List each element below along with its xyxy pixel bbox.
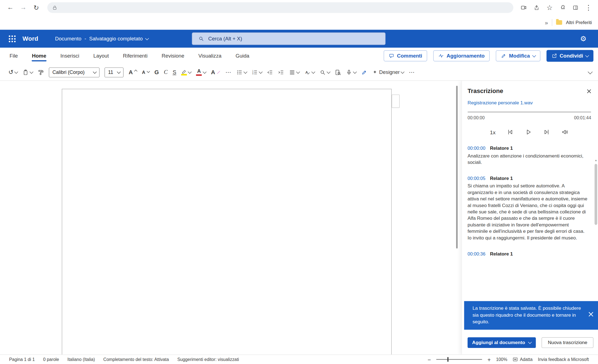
side-panel-icon[interactable]: [571, 2, 581, 13]
bullet-list-button[interactable]: [237, 69, 247, 75]
zoom-slider[interactable]: [436, 359, 482, 360]
underline-button[interactable]: S: [173, 69, 176, 75]
app-launcher-icon[interactable]: [9, 35, 16, 42]
feedback-link[interactable]: Invia feedback a Microsoft: [538, 357, 589, 362]
address-bar[interactable]: [47, 2, 514, 13]
caret-up-icon: [134, 69, 138, 73]
panel-scrollbar[interactable]: [595, 164, 597, 225]
settings-gear-icon[interactable]: ⚙: [580, 35, 586, 42]
chevron-down-icon: [243, 70, 247, 74]
ribbon-tab[interactable]: Home: [32, 48, 47, 63]
font-size-select[interactable]: 11: [105, 67, 124, 77]
transcript-timestamp[interactable]: 00:00:00: [468, 146, 485, 151]
styles-button[interactable]: A: [304, 69, 315, 75]
zoom-out-button[interactable]: −: [428, 356, 431, 363]
grow-font-button[interactable]: A: [129, 69, 137, 75]
star-icon[interactable]: ☆: [545, 2, 555, 13]
shrink-font-button[interactable]: A: [142, 70, 150, 75]
toast-close-button[interactable]: [589, 312, 594, 317]
fit-icon: [513, 357, 518, 362]
share-document-button[interactable]: Condividi: [546, 50, 593, 62]
ribbon-tab[interactable]: Revisione: [161, 48, 184, 63]
ribbon-tab[interactable]: Riferimenti: [122, 48, 148, 63]
updates-button[interactable]: Aggiornamento: [433, 50, 489, 61]
more-commands-button[interactable]: ⋯: [409, 69, 415, 76]
extensions-icon[interactable]: [558, 2, 568, 13]
chevron-down-icon: [30, 70, 34, 74]
comments-button[interactable]: Commenti: [384, 50, 427, 61]
play-button[interactable]: [525, 128, 532, 136]
document-scrollbar[interactable]: [456, 86, 458, 249]
mode-select-button[interactable]: Modifica: [496, 50, 540, 61]
increase-indent-button[interactable]: [278, 69, 284, 75]
skip-forward-button[interactable]: [543, 128, 550, 136]
new-transcription-button[interactable]: Nuova trascrizione: [542, 337, 594, 348]
ribbon-tab[interactable]: File: [9, 48, 18, 63]
status-item[interactable]: 0 parole: [43, 357, 59, 362]
editor-button[interactable]: [361, 69, 367, 75]
zoom-level[interactable]: 100%: [496, 357, 507, 362]
highlight-color-button[interactable]: [181, 69, 191, 75]
status-item[interactable]: Suggerimenti editor: visualizzati: [177, 357, 239, 362]
bookmarks-overflow-button[interactable]: »: [545, 19, 548, 26]
browser-menu-icon[interactable]: ⋮: [584, 2, 594, 13]
forward-icon[interactable]: →: [17, 2, 29, 13]
ribbon-tab[interactable]: Layout: [93, 48, 109, 63]
transcript-entry[interactable]: 00:00:36 Relatore 1: [468, 251, 588, 256]
ribbon-tab[interactable]: Visualizza: [198, 48, 222, 63]
status-item[interactable]: Italiano (Italia): [67, 357, 95, 362]
collapse-ribbon-button[interactable]: [589, 71, 592, 73]
transcript-entry[interactable]: 00:00:00 Relatore 1 Analizzare con atten…: [468, 146, 588, 166]
document-page[interactable]: [62, 89, 392, 355]
document-title[interactable]: Documento: [55, 36, 81, 42]
more-formatting-button[interactable]: ⋯: [225, 69, 232, 76]
font-name-select[interactable]: Calibri (Corpo): [49, 67, 100, 77]
panel-close-button[interactable]: [587, 89, 591, 93]
video-camera-icon[interactable]: [519, 2, 529, 13]
status-item[interactable]: Completamento del testo: Attivata: [103, 357, 169, 362]
ribbon-tab[interactable]: Inserisci: [60, 48, 80, 63]
paste-button[interactable]: [23, 69, 33, 75]
zoom-slider-thumb[interactable]: [447, 357, 448, 362]
clear-formatting-button[interactable]: A: [211, 69, 220, 75]
designer-button[interactable]: Designer: [372, 69, 404, 75]
font-color-button[interactable]: A: [196, 69, 206, 76]
volume-button[interactable]: [561, 128, 569, 136]
playback-speed-button[interactable]: 1x: [490, 129, 496, 135]
share-icon[interactable]: [532, 2, 541, 13]
audio-file-link[interactable]: Registrazione personale 1.wav: [468, 100, 591, 105]
search-input[interactable]: Cerca (Alt + X): [192, 32, 386, 45]
app-name[interactable]: Word: [22, 35, 38, 42]
transcript-entry[interactable]: 00:00:05 Relatore 1 Si chiama un impatto…: [468, 176, 588, 241]
bookmarks-folder-label[interactable]: Altri Preferiti: [566, 20, 592, 25]
clear-formatting-icon: A: [211, 69, 215, 75]
find-button[interactable]: [320, 69, 330, 75]
numbered-list-button[interactable]: 123: [252, 69, 262, 75]
document-title-group[interactable]: Documento - Salvataggio completato: [55, 36, 148, 42]
format-painter-button[interactable]: [38, 69, 44, 75]
transcript-timestamp[interactable]: 00:00:36: [468, 251, 485, 256]
back-icon[interactable]: ←: [5, 2, 16, 13]
caret-down-icon: [147, 69, 150, 73]
status-item[interactable]: Pagina 1 di 1: [9, 357, 35, 362]
skip-back-button[interactable]: [507, 128, 514, 136]
ribbon-tab[interactable]: Guida: [235, 48, 250, 63]
scroll-up-icon[interactable]: ▲: [595, 159, 597, 162]
page-margin-card[interactable]: [392, 94, 400, 108]
fit-to-width-button[interactable]: Adatta: [513, 357, 533, 362]
chevron-down-icon: [259, 70, 263, 74]
immersive-reader-button[interactable]: [335, 69, 341, 75]
italic-button[interactable]: C: [164, 69, 168, 75]
save-status[interactable]: Salvataggio completato: [89, 36, 143, 42]
undo-button[interactable]: ↺: [8, 69, 18, 76]
bold-button[interactable]: G: [155, 69, 159, 75]
align-button[interactable]: [289, 69, 299, 75]
zoom-in-button[interactable]: +: [487, 356, 491, 363]
reload-icon[interactable]: ↻: [30, 2, 42, 13]
dictate-button[interactable]: [346, 69, 356, 75]
playback-progress-bar[interactable]: [468, 111, 591, 113]
add-to-document-button[interactable]: Aggiungi al documento: [468, 337, 536, 348]
transcript-timestamp[interactable]: 00:00:05: [468, 176, 485, 181]
decrease-indent-button[interactable]: [267, 69, 273, 75]
highlighter-icon: [181, 69, 187, 75]
